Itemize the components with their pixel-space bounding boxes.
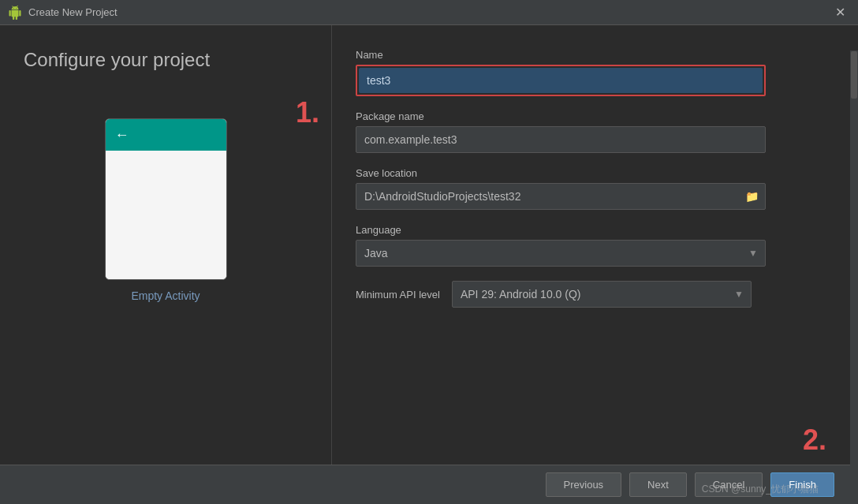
language-label: Language — [356, 224, 834, 236]
page-title: Configure your project — [24, 49, 210, 71]
phone-mockup: ← — [105, 118, 227, 280]
package-name-input[interactable] — [356, 126, 766, 153]
title-bar: Create New Project ✕ — [0, 0, 858, 25]
left-panel: Configure your project ← Empty Activity — [0, 25, 331, 504]
save-location-form-group: Save location 📁 — [356, 167, 834, 210]
step-1-label: 1. — [296, 96, 319, 129]
api-select-wrapper: API 29: Android 10.0 (Q) API 28: Android… — [452, 281, 752, 308]
api-level-row: Minimum API level API 29: Android 10.0 (… — [356, 281, 834, 308]
right-panel: Name Package name Save location 📁 Langua… — [331, 25, 858, 504]
phone-top-bar: ← — [106, 119, 226, 151]
watermark: CSDN @sunny_忧郁小猫猫 — [702, 483, 819, 496]
android-icon — [8, 6, 22, 20]
package-name-form-group: Package name — [356, 110, 834, 153]
close-button[interactable]: ✕ — [830, 3, 850, 21]
name-field-wrapper — [356, 65, 766, 96]
step-2-label: 2. — [803, 424, 826, 457]
phone-preview: ← Empty Activity — [24, 118, 308, 302]
title-bar-title: Create New Project — [28, 6, 118, 18]
language-select-wrapper: Java Kotlin ▼ — [356, 240, 766, 267]
language-select[interactable]: Java Kotlin — [356, 240, 766, 267]
save-location-wrapper: 📁 — [356, 183, 766, 210]
name-form-group: Name — [356, 49, 834, 96]
min-api-label: Minimum API level — [356, 289, 440, 301]
next-button[interactable]: Next — [629, 472, 687, 497]
folder-icon[interactable]: 📁 — [739, 185, 765, 207]
activity-label: Empty Activity — [131, 289, 200, 302]
name-label: Name — [356, 49, 834, 61]
save-location-label: Save location — [356, 167, 834, 179]
package-name-label: Package name — [356, 110, 834, 122]
main-content: Configure your project ← Empty Activity … — [0, 25, 858, 504]
scrollbar[interactable] — [850, 50, 858, 504]
language-form-group: Language Java Kotlin ▼ — [356, 224, 834, 267]
phone-body — [106, 151, 226, 279]
title-bar-left: Create New Project — [8, 6, 118, 20]
api-level-select[interactable]: API 29: Android 10.0 (Q) API 28: Android… — [452, 281, 752, 308]
save-location-input[interactable] — [356, 184, 739, 209]
scrollbar-thumb — [851, 51, 857, 99]
name-input[interactable] — [359, 68, 763, 93]
previous-button[interactable]: Previous — [546, 472, 622, 497]
back-arrow-icon: ← — [115, 127, 129, 144]
